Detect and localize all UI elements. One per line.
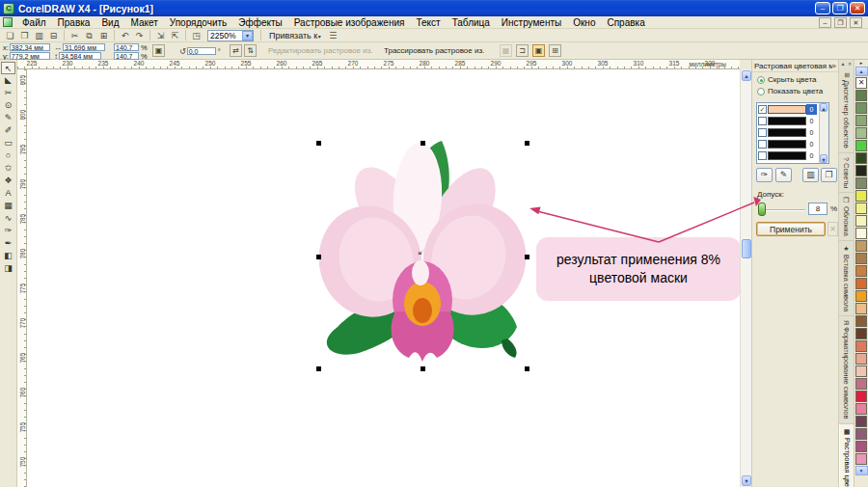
copy-button[interactable]: ⧉	[82, 30, 96, 41]
paste-button[interactable]: ⊞	[96, 30, 111, 41]
color-swatch[interactable]	[768, 151, 806, 160]
palette-color-swatch[interactable]	[855, 90, 867, 101]
menu-item-Правка[interactable]: Правка	[52, 17, 96, 28]
x-position-field[interactable]: 382,34 мм	[10, 43, 50, 51]
palette-scroll-up-icon[interactable]: ▲	[855, 67, 868, 76]
text-tool[interactable]: A	[1, 187, 15, 200]
docker-tab-inactive[interactable]: ★Вставка символа	[839, 241, 854, 317]
open-button[interactable]: ❐	[17, 30, 32, 41]
vertical-ruler[interactable]: 805800795790785780775770765760755750745	[17, 69, 27, 487]
palette-scroll-down-icon[interactable]: ▼	[855, 466, 868, 475]
table-tool[interactable]: ▦	[1, 200, 15, 212]
palette-color-swatch[interactable]	[855, 265, 867, 277]
smart-fill-tool[interactable]: ✐	[1, 124, 15, 137]
palette-color-swatch[interactable]	[855, 240, 867, 252]
scale-y-field[interactable]: 140,7	[114, 52, 139, 60]
menu-item-Макет[interactable]: Макет	[124, 17, 163, 28]
palette-color-swatch[interactable]	[855, 253, 867, 264]
bitmap-mode-button[interactable]: ▣	[532, 44, 545, 57]
palette-color-swatch[interactable]	[855, 177, 867, 189]
close-button[interactable]: ✕	[850, 2, 865, 14]
mirror-vertical-button[interactable]: ⇅	[244, 44, 257, 57]
checkbox-icon[interactable]	[758, 140, 767, 149]
new-button[interactable]: ❏	[3, 30, 17, 41]
apply-button[interactable]: Применить	[756, 222, 826, 236]
mask-color-row[interactable]: 0	[757, 149, 828, 161]
pick-tool[interactable]: ↖	[1, 62, 15, 74]
list-scrollbar[interactable]: ▲ ▼	[819, 103, 828, 163]
palette-color-swatch[interactable]	[855, 102, 867, 114]
palette-color-swatch[interactable]	[855, 190, 867, 202]
selection-handle[interactable]	[420, 141, 425, 146]
palette-color-swatch[interactable]	[855, 203, 867, 214]
cut-button[interactable]: ✂	[68, 30, 82, 41]
selection-handle[interactable]	[316, 255, 321, 259]
hide-colors-radio[interactable]: Скрыть цвета	[752, 72, 838, 84]
palette-color-swatch[interactable]	[855, 303, 867, 314]
mirror-horizontal-button[interactable]: ⇄	[230, 44, 242, 57]
checkbox-icon[interactable]	[758, 151, 767, 160]
app-launcher-button[interactable]: ◳	[189, 30, 203, 41]
checkbox-icon[interactable]	[758, 117, 767, 125]
docker-tab-active[interactable]: ▦Растровая цветовая маска	[839, 424, 854, 487]
docker-tab-inactive[interactable]: ≣Диспетчер объектов	[839, 68, 854, 153]
docker-flyout-icon[interactable]: »	[832, 62, 836, 70]
options-button[interactable]: ☰	[326, 30, 340, 41]
selection-handle[interactable]	[420, 366, 425, 371]
trace-bitmap-button[interactable]: Трассировать растровое из.	[384, 46, 484, 55]
palette-color-swatch[interactable]	[855, 340, 867, 352]
palette-color-swatch[interactable]	[855, 453, 867, 465]
menu-item-Вид[interactable]: Вид	[95, 17, 124, 28]
drawing-canvas[interactable]: × результат применения 8% цветовой маски	[27, 69, 740, 487]
eyedropper-button[interactable]: ✑	[756, 168, 773, 182]
menu-item-Окно[interactable]: Окно	[567, 17, 601, 28]
document-restore-button[interactable]: ❐	[834, 17, 847, 28]
fill-tool[interactable]: ◧	[1, 250, 15, 262]
docker-tab-inactive[interactable]: ЯФорматирование символов	[839, 316, 854, 424]
scale-x-field[interactable]: 140,7	[114, 43, 139, 51]
tolerance-slider-handle[interactable]	[758, 203, 766, 216]
outline-tool[interactable]: ✒	[1, 237, 15, 250]
docker-close-icon[interactable]: ✕	[847, 61, 853, 68]
mask-color-row[interactable]: ✓0	[757, 103, 828, 115]
export-button[interactable]: ⇱	[168, 30, 182, 41]
object-height-field[interactable]: 34,584 мм	[59, 52, 101, 60]
checkbox-icon[interactable]: ✓	[758, 105, 767, 114]
selection-handle[interactable]	[525, 366, 529, 371]
rectangle-tool[interactable]: ▭	[1, 137, 15, 149]
restore-button[interactable]: ❐	[832, 2, 848, 14]
mask-color-row[interactable]: 0	[757, 126, 828, 138]
scroll-up-icon[interactable]: ▲	[820, 103, 827, 112]
scroll-down-icon[interactable]: ▼	[742, 475, 751, 486]
document-minimize-button[interactable]: –	[819, 17, 831, 28]
import-button[interactable]: ⇲	[153, 30, 168, 41]
save-button[interactable]: ▥	[32, 30, 46, 41]
selection-handle[interactable]	[316, 141, 321, 146]
print-button[interactable]: ⊟	[46, 30, 61, 41]
selection-center-marker[interactable]: ×	[418, 249, 422, 257]
zoom-tool[interactable]: ⊙	[1, 99, 15, 112]
color-swatch[interactable]	[768, 117, 806, 125]
palette-color-swatch[interactable]	[855, 165, 867, 176]
menu-item-Инструменты[interactable]: Инструменты	[496, 17, 567, 28]
palette-color-swatch[interactable]	[855, 353, 867, 365]
checkbox-icon[interactable]	[758, 128, 767, 137]
docker-tab-inactive[interactable]: ❒Обложка	[839, 193, 854, 241]
palette-color-swatch[interactable]	[855, 391, 867, 402]
save-mask-button[interactable]: ▥	[802, 168, 819, 182]
palette-color-swatch[interactable]	[855, 328, 867, 339]
horizontal-ruler[interactable]: миллиметры 22523023524024525025526026527…	[17, 60, 740, 69]
tolerance-slider-track[interactable]	[759, 209, 805, 211]
menu-item-Текст[interactable]: Текст	[410, 17, 446, 28]
palette-color-swatch[interactable]	[855, 378, 867, 390]
mask-color-row[interactable]: 0	[757, 138, 828, 149]
basic-shapes-tool[interactable]: ❖	[1, 175, 15, 187]
docker-tab-inactive[interactable]: ?Советы	[839, 153, 854, 193]
palette-flyout-icon[interactable]: ▸	[854, 60, 868, 67]
object-width-field[interactable]: 31,696 мм	[63, 43, 105, 51]
scrollbar-thumb[interactable]	[742, 239, 751, 258]
bitmap-expand-button[interactable]: ⊞	[549, 44, 561, 57]
palette-color-swatch[interactable]	[855, 403, 867, 415]
palette-color-swatch[interactable]	[855, 416, 867, 427]
undo-button[interactable]: ↶	[118, 30, 132, 41]
